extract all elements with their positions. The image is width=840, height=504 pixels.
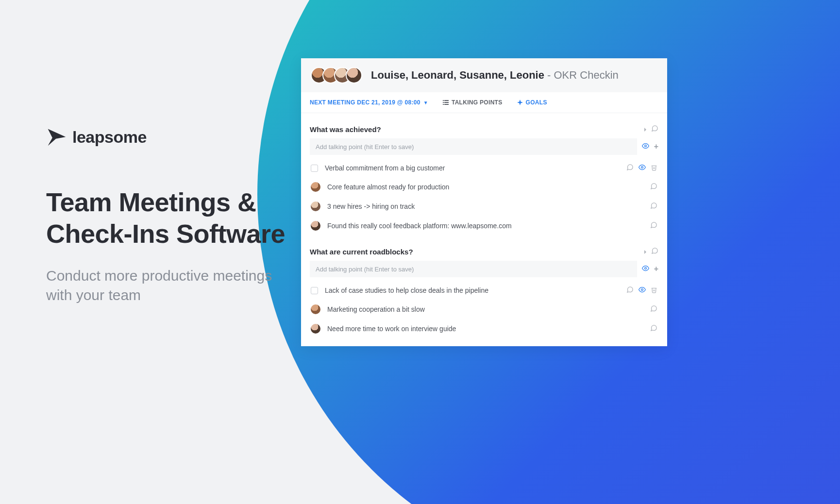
plus-icon[interactable]: + [654, 265, 658, 273]
author-avatar [311, 221, 320, 231]
talking-point-actions [650, 305, 657, 314]
talking-point-text: Marketing cooperation a bit slow [327, 305, 425, 313]
svg-rect-1 [444, 100, 449, 101]
caret-right-icon[interactable] [643, 126, 647, 133]
add-talking-point-input[interactable] [310, 138, 637, 155]
next-meeting-tab[interactable]: NEXT MEETING DEC 21, 2019 @ 08:00 ▼ [310, 99, 428, 106]
next-meeting-label: NEXT MEETING DEC 21, 2019 @ 08:00 [310, 99, 420, 106]
comment-icon[interactable] [626, 286, 634, 295]
talking-section: What are current roadblocks?+Lack of cas… [301, 235, 667, 338]
talking-point-text: Found this really cool feedback platform… [327, 222, 512, 230]
talking-point-text: Verbal commitment from a big customer [325, 164, 445, 172]
talking-point-left: Verbal commitment from a big customer [311, 164, 620, 172]
meeting-header: Louise, Leonard, Susanne, Leonie - OKR C… [301, 58, 667, 92]
comment-icon[interactable] [650, 324, 657, 333]
leapsome-logo-icon [46, 126, 67, 148]
comment-icon[interactable] [650, 183, 657, 191]
talking-point-text: Need more time to work on interview guid… [327, 325, 456, 333]
talking-points-tab[interactable]: TALKING POINTS [443, 99, 503, 106]
talking-point-row: Marketing cooperation a bit slow [310, 300, 658, 319]
add-talking-point-row: + [310, 138, 658, 155]
comment-icon[interactable] [626, 164, 634, 172]
svg-rect-5 [444, 104, 449, 105]
svg-point-8 [644, 267, 646, 269]
section-title: What are current roadblocks? [310, 248, 413, 256]
target-icon [517, 100, 523, 105]
section-title-row: What are current roadblocks? [310, 247, 658, 256]
talking-point-left: Core feature almost ready for production [311, 182, 643, 192]
eye-icon[interactable] [642, 142, 649, 151]
author-avatar [311, 324, 320, 334]
meeting-suffix: - OKR Checkin [544, 69, 619, 81]
talking-point-text: 3 new hires -> hiring on track [327, 202, 415, 210]
section-title: What was achieved? [310, 125, 381, 134]
talking-point-left: Marketing cooperation a bit slow [311, 304, 643, 314]
svg-point-6 [644, 145, 646, 147]
talking-point-actions [650, 202, 657, 211]
comment-icon[interactable] [651, 125, 658, 134]
talking-point-row: Found this really cool feedback platform… [310, 216, 658, 235]
meeting-title: Louise, Leonard, Susanne, Leonie - OKR C… [371, 69, 619, 82]
add-talking-point-row: + [310, 261, 658, 277]
talking-section: What was achieved?+Verbal commitment fro… [301, 113, 667, 235]
section-title-row: What was achieved? [310, 125, 658, 134]
eye-icon[interactable] [638, 164, 646, 172]
talking-point-actions [650, 221, 657, 230]
brand-name: leapsome [72, 128, 147, 147]
talking-point-actions [626, 286, 657, 295]
brand-logo: leapsome [46, 126, 299, 148]
add-talking-point-input[interactable] [310, 261, 637, 277]
talking-point-row: Verbal commitment from a big customer [310, 159, 658, 177]
talking-point-checkbox[interactable] [311, 287, 318, 294]
svg-rect-2 [443, 102, 444, 103]
comment-icon[interactable] [650, 221, 657, 230]
talking-point-row: Need more time to work on interview guid… [310, 319, 658, 338]
participant-avatars [311, 67, 362, 84]
talking-point-left: Lack of case studies to help close deals… [311, 286, 620, 294]
meeting-body: NEXT MEETING DEC 21, 2019 @ 08:00 ▼ TALK… [301, 92, 667, 346]
talking-point-text: Core feature almost ready for production [327, 183, 449, 191]
hero-panel: leapsome Team Meetings & Check-Ins Softw… [46, 126, 299, 305]
author-avatar [311, 304, 320, 314]
talking-points-label: TALKING POINTS [452, 99, 503, 106]
talking-point-actions [650, 183, 657, 191]
eye-icon[interactable] [638, 286, 646, 295]
list-icon [443, 100, 449, 105]
talking-point-left: Need more time to work on interview guid… [311, 324, 643, 334]
svg-rect-4 [443, 104, 444, 105]
talking-point-left: Found this really cool feedback platform… [311, 221, 643, 231]
talking-point-row: Lack of case studies to help close deals… [310, 281, 658, 300]
talking-point-row: Core feature almost ready for production [310, 177, 658, 197]
talking-point-actions [650, 324, 657, 333]
talking-point-row: 3 new hires -> hiring on track [310, 197, 658, 216]
comment-icon[interactable] [650, 305, 657, 314]
svg-rect-0 [443, 100, 444, 101]
eye-icon[interactable] [642, 265, 649, 274]
author-avatar [311, 202, 320, 211]
meeting-card: Louise, Leonard, Susanne, Leonie - OKR C… [301, 58, 667, 346]
svg-rect-3 [444, 102, 449, 103]
hero-subhead: Conduct more productive meetings with yo… [46, 266, 299, 305]
talking-point-text: Lack of case studies to help close deals… [325, 286, 488, 294]
talking-point-actions [626, 164, 657, 172]
trash-icon[interactable] [651, 286, 657, 295]
author-avatar [311, 182, 320, 192]
meeting-tabs: NEXT MEETING DEC 21, 2019 @ 08:00 ▼ TALK… [301, 92, 667, 113]
avatar [346, 67, 362, 84]
svg-point-9 [641, 289, 643, 291]
hero-headline: Team Meetings & Check-Ins Software [46, 186, 299, 250]
participant-names: Louise, Leonard, Susanne, Leonie [371, 69, 544, 81]
goals-label: GOALS [526, 99, 547, 106]
caret-right-icon[interactable] [643, 248, 647, 255]
goals-tab[interactable]: GOALS [517, 99, 547, 106]
comment-icon[interactable] [651, 247, 658, 256]
trash-icon[interactable] [651, 164, 657, 172]
comment-icon[interactable] [650, 202, 657, 211]
plus-icon[interactable]: + [654, 142, 658, 151]
chevron-down-icon: ▼ [423, 100, 428, 105]
svg-point-7 [641, 167, 643, 168]
talking-point-checkbox[interactable] [311, 165, 318, 172]
talking-point-left: 3 new hires -> hiring on track [311, 202, 643, 211]
